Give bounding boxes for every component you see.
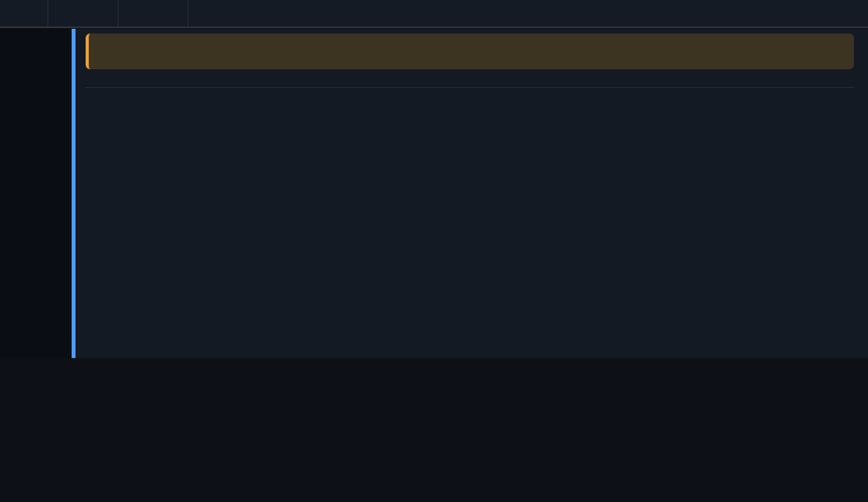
column-header-self [48, 0, 118, 26]
table-header [0, 0, 868, 28]
instruction-table-header [86, 80, 854, 88]
column-header-line [0, 0, 48, 26]
specialization-panel [76, 29, 868, 358]
specialization-banner [86, 33, 854, 69]
expanded-line-detail [0, 29, 868, 358]
detail-gutter [0, 29, 72, 358]
column-header-code [188, 0, 868, 26]
column-header-total [118, 0, 188, 26]
